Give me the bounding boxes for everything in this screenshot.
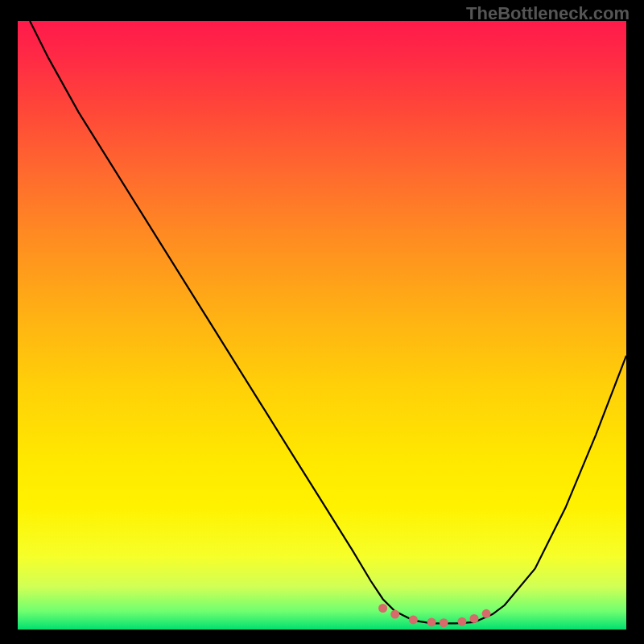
optimal-marker — [440, 618, 448, 627]
optimal-range-markers — [378, 604, 490, 627]
optimal-marker — [457, 617, 466, 626]
optimal-marker — [482, 609, 491, 618]
chart-plot-area — [18, 21, 626, 630]
optimal-marker — [378, 604, 387, 613]
chart-svg — [18, 21, 626, 630]
optimal-marker — [390, 610, 399, 619]
bottleneck-curve — [30, 21, 626, 623]
watermark-text: TheBottleneck.com — [466, 3, 630, 24]
optimal-marker — [427, 617, 436, 626]
optimal-marker — [409, 615, 418, 624]
optimal-marker — [470, 614, 479, 623]
